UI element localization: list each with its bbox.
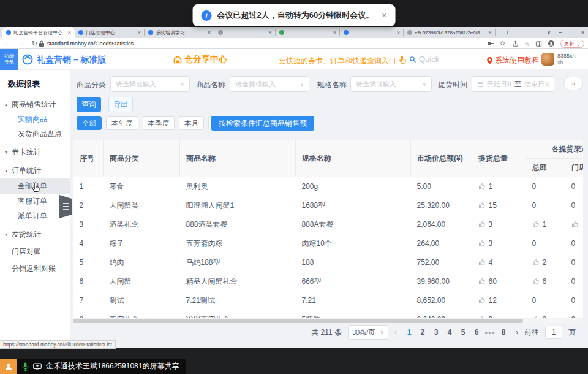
tab-close-icon[interactable]: ×: [333, 29, 336, 36]
browser-update-button[interactable]: 更新 ⋮: [560, 40, 584, 48]
page-size-select[interactable]: 30条/页 ∨: [348, 325, 388, 340]
sidebar-item-goods-sales-stats[interactable]: ▴商品销售统计: [0, 97, 70, 112]
warehouse-share-center-link[interactable]: 仓分享中心: [173, 54, 227, 65]
maximize-icon[interactable]: □: [570, 29, 573, 36]
tab-search-icon[interactable]: ∨: [547, 29, 551, 36]
zoom-icon[interactable]: [500, 40, 507, 47]
tab-title: 门店管理中心: [86, 29, 135, 36]
tab-close-icon[interactable]: ×: [138, 29, 141, 36]
cell-pickup-total[interactable]: 60: [472, 272, 526, 291]
page-number[interactable]: 2: [417, 328, 429, 337]
page-number[interactable]: 6: [470, 328, 483, 337]
key-icon[interactable]: [487, 40, 494, 47]
sidebar-item-physical-goods[interactable]: 实物商品: [0, 112, 70, 126]
thumb-up-icon: [532, 278, 540, 285]
page-number[interactable]: 3: [430, 328, 442, 337]
horizontal-scrollbar[interactable]: [73, 319, 583, 323]
new-tab-button[interactable]: +: [502, 28, 512, 37]
cell-hq[interactable]: 6: [526, 272, 565, 291]
browser-tab-hash[interactable]: e8c573980b1328a258fd2e6f8×: [404, 27, 496, 38]
category-select[interactable]: 请选择或输入 ∨: [110, 76, 190, 92]
scrollbar-thumb[interactable]: [73, 319, 523, 323]
page-number[interactable]: 8: [497, 328, 510, 337]
name-select[interactable]: 请选择或输入 ∨: [230, 76, 309, 92]
sidepanel-icon[interactable]: [535, 40, 542, 47]
cell-hq[interactable]: 2: [526, 253, 565, 272]
cell-category: 测试: [104, 291, 180, 310]
cell-pickup-total[interactable]: 1: [472, 177, 526, 196]
tab-close-icon[interactable]: ×: [489, 29, 492, 36]
pickup-count: 4: [489, 258, 493, 267]
bookmark-star-icon[interactable]: ☆: [524, 40, 530, 47]
more-icon[interactable]: ⋮: [576, 41, 581, 47]
minimize-icon[interactable]: –: [559, 29, 562, 36]
cell-hq[interactable]: 1: [526, 215, 565, 234]
page-number[interactable]: 5: [457, 328, 469, 337]
close-icon[interactable]: ×: [382, 10, 386, 20]
expand-filters-button[interactable]: »: [564, 77, 583, 90]
sidebar-item-distribution-rebate[interactable]: 分销返利对账: [0, 261, 70, 276]
cell-pickup-total[interactable]: 12: [472, 291, 526, 310]
cell-name: XXX燕窝礼盒: [180, 310, 296, 318]
sidebar-item-coupon-card-stats[interactable]: ▾券卡统计: [0, 145, 70, 159]
range-tab[interactable]: 本季度: [143, 116, 175, 130]
next-page-icon[interactable]: ›: [516, 328, 518, 337]
url-text[interactable]: standard.maboy.cn/GoodsStatistics: [47, 40, 134, 47]
sidebar-item-shipped-goods-inventory[interactable]: 发货商品盘点: [0, 126, 70, 141]
sidebar-item-store-reconciliation[interactable]: 门店对账: [0, 244, 70, 259]
page-number[interactable]: 4: [443, 328, 456, 337]
reload-icon[interactable]: ↻: [32, 40, 37, 48]
sidebar-collapse-handle[interactable]: [59, 195, 72, 218]
cell-pickup-total[interactable]: 4: [472, 253, 526, 272]
address-bar[interactable]: standard.maboy.cn/GoodsStatistics: [39, 38, 134, 49]
sidebar-item-dispatch-orders[interactable]: 派单订单: [0, 208, 70, 223]
thumb-up-icon: [478, 259, 486, 266]
cell-pickup-total[interactable]: 3: [472, 215, 526, 234]
tab-close-icon[interactable]: ×: [269, 29, 272, 36]
tab-close-icon[interactable]: ×: [397, 29, 400, 36]
export-button[interactable]: 导出: [108, 97, 133, 112]
range-tab[interactable]: 全部: [77, 116, 102, 130]
cell-pickup-total[interactable]: 3: [472, 310, 526, 318]
pickup-date-range[interactable]: 开始日期 至 结束日期: [472, 76, 554, 92]
cell-pickup-total[interactable]: 3: [472, 234, 526, 253]
browser-tab-hidden-2[interactable]: ×: [276, 27, 340, 38]
sidebar-item-shipping-stats[interactable]: ▾发货统计: [0, 227, 70, 242]
back-icon[interactable]: ←: [5, 40, 12, 47]
browser-tab-hidden-1[interactable]: ×: [214, 27, 276, 38]
participant-icon[interactable]: [0, 359, 17, 374]
page-number[interactable]: 1: [403, 328, 415, 337]
tab-close-icon[interactable]: ×: [208, 29, 211, 36]
cell-pickup-total[interactable]: 15: [472, 196, 526, 215]
microphone-icon[interactable]: [22, 362, 29, 371]
forward-icon[interactable]: →: [18, 40, 25, 47]
range-tab[interactable]: 本月: [179, 116, 204, 130]
share-icon[interactable]: [512, 40, 519, 47]
browser-tab-store-admin[interactable]: 门店管理中心×: [75, 27, 145, 38]
query-button[interactable]: 查询: [77, 97, 101, 112]
function-nav-button[interactable]: 功能 导航: [0, 49, 18, 70]
cell-hq: 0: [526, 291, 565, 310]
user-avatar[interactable]: [541, 53, 554, 66]
spec-select[interactable]: 请选择或输入 ∨: [350, 76, 432, 92]
prev-page-icon[interactable]: ‹: [394, 328, 397, 337]
browser-tab-training[interactable]: 系统培训学习×: [145, 27, 214, 38]
browser-toolbar: ← → ↻ standard.maboy.cn/GoodsStatistics …: [0, 38, 588, 49]
profile-icon[interactable]: [548, 40, 555, 47]
sidebar-item-order-stats[interactable]: ▴订单统计: [0, 163, 70, 178]
tab-close-icon[interactable]: ×: [68, 29, 71, 36]
summary-button[interactable]: 按检索条件汇总商品销售额: [211, 116, 314, 131]
close-window-icon[interactable]: ×: [581, 29, 584, 36]
goto-page-input[interactable]: 1: [545, 326, 562, 339]
cell-store[interactable]: [565, 215, 584, 234]
cell-hq: 0: [526, 177, 565, 196]
screen-share-icon[interactable]: [33, 363, 42, 370]
sidebar-item-service-orders[interactable]: 客服订单: [0, 194, 70, 208]
calendar-icon: [477, 81, 484, 88]
cell-hq[interactable]: 2: [526, 310, 565, 318]
system-tutorial-link[interactable]: 系统使用教程: [487, 55, 539, 66]
quick-search[interactable]: Quick: [409, 55, 439, 64]
range-tab[interactable]: 本年度: [106, 116, 138, 130]
browser-tab-gift-admin[interactable]: 礼盒营销平台管理中心×: [2, 27, 75, 38]
browser-tab-hidden-3[interactable]: ×: [340, 27, 404, 38]
